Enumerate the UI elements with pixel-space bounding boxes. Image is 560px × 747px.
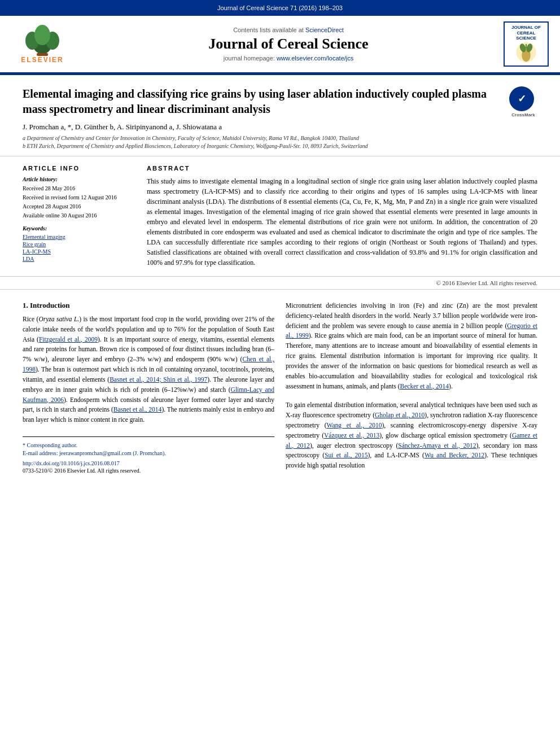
homepage-link[interactable]: www.elsevier.com/locate/jcs bbox=[277, 55, 353, 62]
journal-logo-box: JOURNAL OFCEREALSCIENCE bbox=[504, 21, 549, 67]
footnote-corresponding: * Corresponding author. bbox=[23, 442, 274, 449]
affiliations: a Department of Chemistry and Center for… bbox=[23, 134, 537, 150]
top-bar: Journal of Cereal Science 71 (2016) 198–… bbox=[0, 0, 560, 16]
article-header: Elemental imaging and classifying rice g… bbox=[0, 75, 560, 156]
crossmark-circle: ✓ bbox=[509, 86, 534, 111]
abstract-heading: ABSTRACT bbox=[147, 165, 537, 172]
accepted-date: Accepted 28 August 2016 bbox=[23, 203, 135, 211]
article-title: Elemental imaging and classifying rice g… bbox=[23, 86, 537, 117]
issn-line: 0733-5210/© 2016 Elsevier Ltd. All right… bbox=[23, 468, 274, 474]
sciencedirect-link[interactable]: ScienceDirect bbox=[305, 27, 344, 33]
keyword-3[interactable]: LA-ICP-MS bbox=[23, 248, 135, 255]
keywords-label: Keywords: bbox=[23, 225, 135, 231]
history-label: Article history: bbox=[23, 176, 135, 182]
authors: J. Promchan a, *, D. Günther b, A. Sirip… bbox=[23, 123, 537, 132]
crossmark-badge: ✓ CrossMark bbox=[509, 86, 537, 115]
journal-logo-text: JOURNAL OFCEREALSCIENCE bbox=[511, 25, 541, 41]
crossmark-label: CrossMark bbox=[509, 112, 537, 119]
journal-logo-icon bbox=[515, 41, 537, 63]
abstract-panel: ABSTRACT This study aims to investigate … bbox=[147, 165, 537, 268]
doi-line: http://dx.doi.org/10.1016/j.jcs.2016.08.… bbox=[23, 460, 274, 466]
keyword-2[interactable]: Rice grain bbox=[23, 241, 135, 247]
homepage-line: journal homepage: www.elsevier.com/locat… bbox=[224, 55, 354, 62]
left-column: 1. Introduction Rice (Oryza sativa L.) i… bbox=[23, 301, 274, 474]
crossmark-symbol: ✓ bbox=[518, 92, 526, 106]
keywords-section: Keywords: Elemental imaging Rice grain L… bbox=[23, 225, 135, 262]
affiliation-b: b ETH Zurich, Department of Chemistry an… bbox=[23, 142, 537, 150]
keyword-4[interactable]: LDA bbox=[23, 256, 135, 262]
copyright-line: © 2016 Elsevier Ltd. All rights reserved… bbox=[0, 277, 560, 290]
received-revised-date: Received in revised form 12 August 2016 bbox=[23, 194, 135, 202]
right-column: Micronutrient deficiencies involving in … bbox=[286, 301, 537, 474]
footnote-section: * Corresponding author. E-mail address: … bbox=[23, 436, 274, 474]
header-center: Contents lists available at ScienceDirec… bbox=[79, 27, 498, 62]
main-content: 1. Introduction Rice (Oryza sativa L.) i… bbox=[0, 290, 560, 485]
journal-citation: Journal of Cereal Science 71 (2016) 198–… bbox=[217, 5, 343, 11]
article-info-panel: ARTICLE INFO Article history: Received 2… bbox=[23, 165, 135, 268]
affiliation-a: a Department of Chemistry and Center for… bbox=[23, 134, 537, 142]
elsevier-text: ELSEVIER bbox=[21, 56, 63, 64]
intro-paragraph-1: Rice (Oryza sativa L.) is the most impor… bbox=[23, 314, 274, 425]
available-date: Available online 30 August 2016 bbox=[23, 212, 135, 220]
journal-title: Journal of Cereal Science bbox=[208, 36, 368, 53]
received-date: Received 28 May 2016 bbox=[23, 185, 135, 193]
article-info-heading: ARTICLE INFO bbox=[23, 165, 135, 172]
article-info-abstract-section: ARTICLE INFO Article history: Received 2… bbox=[0, 156, 560, 277]
abstract-text: This study aims to investigate elemental… bbox=[147, 176, 537, 268]
footnote-email: E-mail address: jeerawanpromchan@gmail.c… bbox=[23, 449, 274, 457]
elsevier-logo-area: ELSEVIER bbox=[11, 25, 73, 64]
sciencedirect-line: Contents lists available at ScienceDirec… bbox=[233, 27, 344, 33]
svg-point-4 bbox=[34, 25, 50, 45]
keyword-1[interactable]: Elemental imaging bbox=[23, 234, 135, 240]
page-header: ELSEVIER Contents lists available at Sci… bbox=[0, 16, 560, 73]
intro-heading: 1. Introduction bbox=[23, 301, 274, 310]
intro-paragraph-right-1: Micronutrient deficiencies involving in … bbox=[286, 301, 537, 391]
intro-paragraph-right-2: To gain elemental distribution informati… bbox=[286, 400, 537, 471]
elsevier-logo: ELSEVIER bbox=[20, 25, 65, 64]
